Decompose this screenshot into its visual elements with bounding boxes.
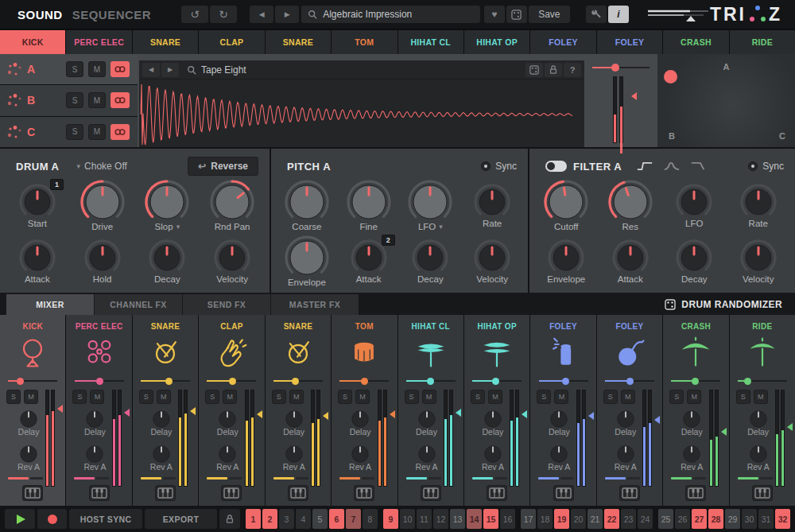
mixer-channel-hihat-op-7[interactable]: HIHAT OPSM Delay Rev A: [464, 315, 529, 506]
tab-master-fx[interactable]: MASTER FX: [271, 294, 359, 315]
choke-select[interactable]: ▾ Choke Off: [77, 161, 127, 172]
mute-button[interactable]: M: [355, 390, 370, 404]
mixer-channel-ride-11[interactable]: RIDESM Delay Rev A: [730, 315, 795, 506]
mixer-channel-clap-3[interactable]: CLAPSM Delay Rev A: [199, 315, 264, 506]
delay-send-knob[interactable]: Delay: [338, 409, 382, 437]
step-17[interactable]: 17: [521, 509, 536, 529]
chevron-down-icon[interactable]: ▾: [439, 223, 443, 231]
solo-button[interactable]: S: [736, 390, 750, 404]
filter-enable-toggle[interactable]: [545, 161, 567, 172]
tab-sequencer[interactable]: SEQUENCER: [72, 8, 152, 21]
step-27[interactable]: 27: [692, 509, 707, 529]
favorite-button[interactable]: ♥: [484, 6, 505, 23]
next-preset-button[interactable]: ▶: [275, 6, 299, 23]
delay-send-knob[interactable]: Delay: [736, 409, 781, 437]
step-11[interactable]: 11: [417, 509, 432, 529]
mute-button[interactable]: M: [223, 390, 237, 404]
step-19[interactable]: 19: [554, 509, 569, 529]
step-9[interactable]: 9: [383, 509, 398, 529]
meter-marker-icon[interactable]: [584, 412, 594, 420]
drive-knob[interactable]: [80, 179, 126, 225]
meter-marker-icon[interactable]: [386, 410, 395, 418]
keyboard-mapping-button[interactable]: [685, 485, 706, 501]
layer-row-b[interactable]: BSM: [0, 85, 138, 115]
output-volume-slider[interactable]: [646, 6, 710, 22]
solo-button[interactable]: S: [72, 390, 87, 404]
meter-marker-icon[interactable]: [186, 407, 196, 415]
sample-name[interactable]: Tape Eight: [201, 64, 246, 76]
velocity-knob[interactable]: [212, 238, 252, 278]
keyboard-mapping-button[interactable]: [487, 485, 507, 501]
rev-send-knob[interactable]: Rev A: [603, 444, 648, 472]
channel-volume-slider[interactable]: [207, 380, 256, 382]
mixer-channel-hihat-cl-6[interactable]: HIHAT CLSM Delay Rev A: [398, 315, 463, 506]
keyboard-mapping-button[interactable]: [354, 485, 374, 501]
play-button[interactable]: [5, 509, 35, 529]
solo-button[interactable]: S: [471, 390, 485, 404]
channel-volume-slider[interactable]: [75, 380, 124, 382]
mute-button[interactable]: M: [754, 390, 768, 404]
channel-volume-slider[interactable]: [472, 380, 522, 382]
tab-mixer[interactable]: MIXER: [6, 294, 94, 315]
step-15[interactable]: 15: [483, 509, 498, 529]
filter-sync-toggle[interactable]: Sync: [748, 161, 784, 172]
step-21[interactable]: 21: [588, 509, 603, 529]
solo-button[interactable]: S: [66, 124, 83, 140]
velocity-knob[interactable]: [739, 238, 778, 278]
track-tab-kick-0[interactable]: KICK: [0, 30, 65, 54]
fine-knob[interactable]: [346, 179, 392, 225]
envelope-knob[interactable]: [546, 238, 586, 278]
solo-button[interactable]: S: [669, 390, 684, 404]
mute-button[interactable]: M: [24, 390, 38, 404]
solo-button[interactable]: S: [66, 92, 83, 108]
decay-knob[interactable]: [674, 238, 714, 278]
rev-send-knob[interactable]: Rev A: [139, 444, 184, 472]
delay-send-knob[interactable]: Delay: [537, 409, 581, 437]
mixer-channel-snare-4[interactable]: SNARESM Delay Rev A: [266, 315, 331, 506]
step-16[interactable]: 16: [500, 509, 515, 529]
keyboard-mapping-button[interactable]: [553, 485, 574, 501]
mute-button[interactable]: M: [488, 390, 502, 404]
rev-send-knob[interactable]: Rev A: [405, 444, 449, 472]
pitch-sync-toggle[interactable]: Sync: [481, 161, 517, 172]
rev-send-knob[interactable]: Rev A: [471, 444, 515, 472]
step-28[interactable]: 28: [708, 509, 723, 529]
layer-row-c[interactable]: CSM: [0, 117, 138, 147]
highpass-filter-icon[interactable]: [636, 161, 653, 171]
track-tab-crash-10[interactable]: CRASH: [663, 30, 728, 54]
keyboard-mapping-button[interactable]: [421, 485, 441, 501]
step-18[interactable]: 18: [537, 509, 553, 529]
link-button[interactable]: [111, 92, 130, 108]
hold-knob[interactable]: [83, 238, 122, 278]
lfo-knob[interactable]: [674, 182, 714, 222]
step-4[interactable]: 4: [296, 509, 311, 529]
mixer-channel-tom-5[interactable]: TOMSM Delay Rev A: [332, 315, 397, 506]
mute-button[interactable]: M: [422, 390, 436, 404]
rev-send-knob[interactable]: Rev A: [205, 444, 250, 472]
reverse-button[interactable]: ↩ Reverse: [188, 157, 258, 176]
track-tab-hihat-cl-6[interactable]: HIHAT CL: [398, 30, 463, 54]
export-button[interactable]: EXPORT: [145, 509, 217, 529]
meter-marker-icon[interactable]: [120, 409, 130, 417]
delay-send-knob[interactable]: Delay: [405, 409, 449, 437]
mixer-channel-crash-10[interactable]: CRASHSM Delay Rev A: [663, 315, 728, 506]
step-31[interactable]: 31: [758, 509, 774, 529]
track-tab-hihat-op-7[interactable]: HIHAT OP: [464, 30, 529, 54]
meter-marker-icon[interactable]: [627, 92, 637, 100]
velocity-knob[interactable]: [472, 238, 512, 278]
step-14[interactable]: 14: [467, 509, 482, 529]
step-24[interactable]: 24: [638, 509, 653, 529]
layer-blend-xy-pad[interactable]: A B C: [657, 54, 795, 147]
track-tab-ride-11[interactable]: RIDE: [730, 30, 795, 54]
keyboard-mapping-button[interactable]: [619, 485, 640, 501]
host-sync-button[interactable]: HOST SYNC: [69, 509, 142, 529]
step-20[interactable]: 20: [571, 509, 586, 529]
delay-send-knob[interactable]: Delay: [603, 409, 648, 437]
step-10[interactable]: 10: [400, 509, 415, 529]
decay-knob[interactable]: [147, 238, 187, 278]
channel-volume-slider[interactable]: [273, 380, 323, 382]
delay-send-knob[interactable]: Delay: [471, 409, 515, 437]
attack-knob[interactable]: [17, 238, 57, 278]
step-2[interactable]: 2: [262, 509, 277, 529]
next-sample-button[interactable]: ▶: [161, 63, 179, 77]
